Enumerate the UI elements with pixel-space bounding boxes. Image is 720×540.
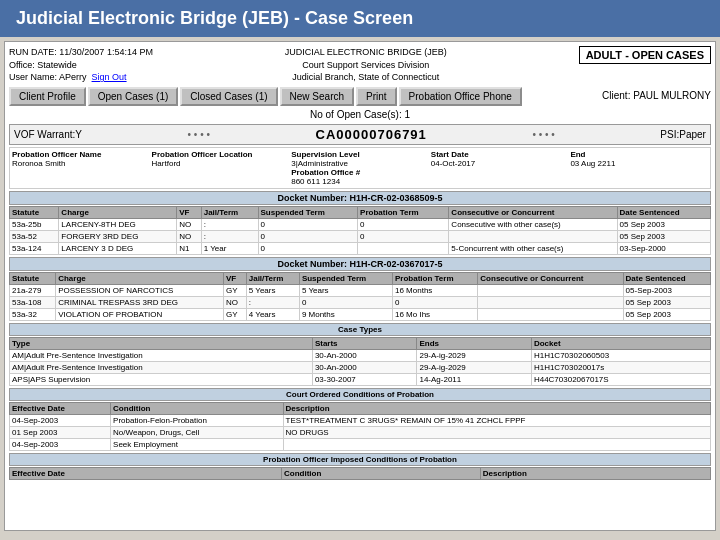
table-row: APS|APS Supervision03-30-200714-Ag-2011H… — [10, 373, 711, 385]
docket1-col-concurrent: Consecutive or Concurrent — [449, 206, 617, 218]
adult-open-cases-label: ADULT - OPEN CASES — [579, 46, 711, 64]
start-date-cell: Start Date 04-Oct-2017 — [431, 150, 569, 186]
ct-col-ends: Ends — [417, 337, 531, 349]
docket2-col-jail: Jail/Term — [246, 272, 299, 284]
dots-right: • • • • — [532, 129, 554, 140]
table-row: 04-Sep-2003Seek Employment — [10, 438, 711, 450]
no-open-cases: No of Open Case(s): 1 — [9, 109, 711, 120]
docket1-table: Statute Charge VF Jail/Term Suspended Te… — [9, 206, 711, 255]
ct-col-type: Type — [10, 337, 313, 349]
supervision-value: 3|Administrative — [291, 159, 429, 168]
nav-buttons: Client Profile Open Cases (1) Closed Cas… — [9, 87, 711, 106]
probation-officer-info: Probation Officer Name Roronoa Smith Pro… — [9, 147, 711, 189]
docket2-col-probation: Probation Term — [392, 272, 477, 284]
docket1-col-probation: Probation Term — [358, 206, 449, 218]
client-profile-button[interactable]: Client Profile — [9, 87, 86, 106]
docket2-col-suspended: Suspended Term — [299, 272, 392, 284]
po-name-label: Probation Officer Name — [12, 150, 150, 159]
header-left: RUN DATE: 11/30/2007 1:54:14 PM Office: … — [9, 46, 153, 84]
center-line2: Court Support Services Division — [285, 59, 447, 72]
dots-left: • • • • — [188, 129, 210, 140]
new-search-button[interactable]: New Search — [280, 87, 354, 106]
docket2-header: Docket Number: H1H-CR-02-0367017-5 — [9, 257, 711, 271]
sign-out-link[interactable]: Sign Out — [92, 72, 127, 82]
client-name: Client: PAUL MULRONY — [602, 90, 711, 101]
table-row: AM|Adult Pre-Sentence Investigation30-An… — [10, 349, 711, 361]
case-types-table: Type Starts Ends Docket AM|Adult Pre-Sen… — [9, 337, 711, 386]
table-row: 53a-32VIOLATION OF PROBATIONGY4 Years9 M… — [10, 308, 711, 320]
case-number: CA00000706791 — [316, 127, 427, 142]
user-name: User Name: APerry — [9, 72, 87, 82]
header-center: JUDICIAL ELECTRONIC BRIDGE (JEB) Court S… — [285, 46, 447, 84]
docket2-col-charge: Charge — [56, 272, 224, 284]
pc-col-condition: Condition — [282, 467, 481, 479]
po-location-cell: Probation Officer Location Hartford — [152, 150, 290, 186]
end-date-cell: End 03 Aug 2211 — [570, 150, 708, 186]
po-location-label: Probation Officer Location — [152, 150, 290, 159]
title-text: Judicial Electronic Bridge (JEB) - Case … — [16, 8, 413, 28]
end-value: 03 Aug 2211 — [570, 159, 708, 168]
pc-col-date: Effective Date — [10, 467, 282, 479]
docket1-col-suspended: Suspended Term — [258, 206, 358, 218]
court-conditions-table: Effective Date Condition Description 04-… — [9, 402, 711, 451]
table-row: 01 Sep 2003No/Weapon, Drugs, CellNO DRUG… — [10, 426, 711, 438]
table-row: 53a-108CRIMINAL TRESPASS 3RD DEGNO:0005 … — [10, 296, 711, 308]
header-row: RUN DATE: 11/30/2007 1:54:14 PM Office: … — [9, 46, 711, 84]
start-label: Start Date — [431, 150, 569, 159]
office-label: Probation Office # — [291, 168, 429, 177]
closed-cases-button[interactable]: Closed Cases (1) — [180, 87, 277, 106]
court-conditions-header: Court Ordered Conditions of Probation — [9, 388, 711, 401]
table-row: 21a-279POSSESSION OF NARCOTICSGY5 Years5… — [10, 284, 711, 296]
table-row: 53a-52FORGERY 3RD DEGNO:0005 Sep 2003 — [10, 230, 711, 242]
panel: RUN DATE: 11/30/2007 1:54:14 PM Office: … — [4, 41, 716, 531]
table-row: 04-Sep-2003Probation-Felon-ProbationTEST… — [10, 414, 711, 426]
vof-label: VOF Warrant:Y — [14, 129, 82, 140]
psi-label: PSI:Paper — [660, 129, 706, 140]
probation-phone-button[interactable]: Probation Office Phone — [399, 87, 522, 106]
center-line3: Judicial Branch, State of Connecticut — [285, 71, 447, 84]
case-header-row: VOF Warrant:Y • • • • CA00000706791 • • … — [9, 124, 711, 145]
start-value: 04-Oct-2017 — [431, 159, 569, 168]
docket2-col-statute: Statute — [10, 272, 56, 284]
probation-conditions-header: Probation Officer Imposed Conditions of … — [9, 453, 711, 466]
supervision-label: Supervision Level — [291, 150, 429, 159]
ct-col-docket: Docket — [531, 337, 710, 349]
pc-col-desc: Description — [480, 467, 710, 479]
office: Office: Statewide — [9, 59, 153, 72]
supervision-cell: Supervision Level 3|Administrative Proba… — [291, 150, 429, 186]
probation-conditions-table: Effective Date Condition Description — [9, 467, 711, 480]
main-area: RUN DATE: 11/30/2007 1:54:14 PM Office: … — [0, 37, 720, 535]
docket1-col-date: Date Sentenced — [617, 206, 710, 218]
docket2-col-concurrent: Consecutive or Concurrent — [478, 272, 623, 284]
po-name-value: Roronoa Smith — [12, 159, 150, 168]
po-location-value: Hartford — [152, 159, 290, 168]
docket1-col-jail: Jail/Term — [201, 206, 258, 218]
office-value: 860 611 1234 — [291, 177, 429, 186]
cc-col-date: Effective Date — [10, 402, 111, 414]
print-button[interactable]: Print — [356, 87, 397, 106]
docket2-col-date: Date Sentenced — [623, 272, 710, 284]
docket1-header: Docket Number: H1H-CR-02-0368509-5 — [9, 191, 711, 205]
docket1-col-vf: VF — [177, 206, 201, 218]
po-name-cell: Probation Officer Name Roronoa Smith — [12, 150, 150, 186]
ct-col-starts: Starts — [312, 337, 417, 349]
end-label: End — [570, 150, 708, 159]
table-row: AM|Adult Pre-Sentence Investigation30-An… — [10, 361, 711, 373]
table-row: 53a-25bLARCENY-8TH DEGNO:00Consecutive w… — [10, 218, 711, 230]
cc-col-desc: Description — [283, 402, 710, 414]
docket2-table: Statute Charge VF Jail/Term Suspended Te… — [9, 272, 711, 321]
center-line1: JUDICIAL ELECTRONIC BRIDGE (JEB) — [285, 46, 447, 59]
table-row: 53a-124LARCENY 3 D DEGN11 Year05-Concurr… — [10, 242, 711, 254]
run-date: RUN DATE: 11/30/2007 1:54:14 PM — [9, 46, 153, 59]
docket2-col-vf: VF — [223, 272, 246, 284]
user-name-row: User Name: APerry Sign Out — [9, 71, 153, 84]
case-types-header: Case Types — [9, 323, 711, 336]
title-bar: Judicial Electronic Bridge (JEB) - Case … — [0, 0, 720, 37]
docket1-col-statute: Statute — [10, 206, 59, 218]
docket1-col-charge: Charge — [59, 206, 177, 218]
cc-col-condition: Condition — [111, 402, 284, 414]
open-cases-button[interactable]: Open Cases (1) — [88, 87, 179, 106]
